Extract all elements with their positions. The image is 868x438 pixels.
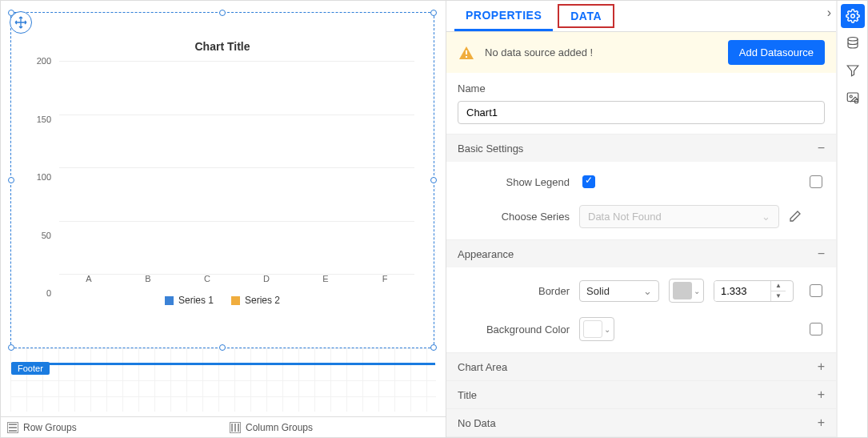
collapse-panel-icon[interactable]: › [824, 4, 834, 22]
section-title[interactable]: Title + [446, 381, 836, 408]
border-width-input[interactable]: ▲▼ [714, 280, 794, 302]
plus-icon: + [818, 416, 825, 430]
border-color-picker[interactable]: ⌄ [669, 279, 704, 303]
svg-rect-0 [466, 50, 467, 54]
resize-handle[interactable] [430, 177, 437, 183]
chart-legend: Series 1Series 2 [27, 295, 418, 306]
row-groups-icon [7, 422, 18, 433]
column-groups-icon [230, 422, 241, 433]
row-groups-label[interactable]: Row Groups [23, 422, 77, 433]
expression-checkbox[interactable] [810, 284, 822, 297]
chart-widget[interactable]: Chart Title 050100150200 ABCDEF Series 1… [10, 12, 434, 348]
section-appearance[interactable]: Appearance − [446, 240, 836, 267]
settings-tool-icon[interactable] [841, 4, 865, 28]
minus-icon: − [818, 247, 825, 261]
add-datasource-button[interactable]: Add Datasource [728, 40, 825, 65]
section-basic-settings[interactable]: Basic Settings − [446, 135, 836, 162]
svg-point-2 [850, 14, 854, 18]
border-style-select[interactable]: Solid ⌄ [579, 280, 659, 302]
spin-down-icon[interactable]: ▼ [771, 291, 786, 301]
image-tool-icon[interactable] [841, 86, 865, 110]
expression-checkbox[interactable] [810, 175, 822, 188]
name-input[interactable] [458, 101, 825, 124]
expression-checkbox[interactable] [810, 323, 822, 336]
svg-point-5 [850, 95, 852, 98]
spin-up-icon[interactable]: ▲ [771, 281, 786, 291]
show-legend-checkbox[interactable] [582, 175, 595, 188]
warning-icon [458, 44, 475, 62]
bgcolor-label: Background Color [458, 323, 570, 336]
resize-handle[interactable] [8, 177, 14, 183]
filter-tool-icon[interactable] [841, 58, 865, 82]
database-tool-icon[interactable] [841, 31, 865, 55]
choose-series-label: Choose Series [458, 211, 570, 223]
footer-tag[interactable]: Footer [11, 362, 50, 375]
chart-title: Chart Title [27, 40, 418, 53]
border-label: Border [458, 285, 570, 297]
name-label: Name [458, 82, 825, 94]
bgcolor-picker[interactable]: ⌄ [579, 317, 614, 341]
choose-series-select[interactable]: Data Not Found ⌄ [579, 205, 779, 228]
page-separator[interactable] [11, 363, 435, 365]
resize-handle[interactable] [430, 344, 437, 351]
resize-handle[interactable] [430, 10, 437, 16]
chevron-down-icon: ⌄ [643, 285, 652, 297]
resize-handle[interactable] [8, 344, 14, 351]
section-no-data[interactable]: No Data + [446, 409, 836, 436]
warning-text: No data source added ! [485, 46, 718, 58]
plus-icon: + [818, 388, 825, 402]
show-legend-label: Show Legend [458, 176, 570, 188]
tab-properties[interactable]: PROPERTIES [454, 1, 553, 31]
svg-rect-1 [466, 56, 467, 58]
column-groups-label[interactable]: Column Groups [246, 422, 313, 433]
tab-data[interactable]: DATA [558, 4, 614, 28]
resize-handle[interactable] [219, 10, 226, 16]
plus-icon: + [818, 360, 825, 374]
section-chart-area[interactable]: Chart Area + [446, 353, 836, 380]
chevron-down-icon: ⌄ [762, 211, 770, 223]
resize-handle[interactable] [219, 344, 226, 351]
minus-icon: − [818, 141, 825, 155]
edit-icon[interactable] [789, 210, 803, 224]
svg-point-3 [848, 38, 858, 42]
chart-plot: 050100150200 ABCDEF [27, 58, 418, 290]
resize-handle[interactable] [8, 10, 14, 16]
